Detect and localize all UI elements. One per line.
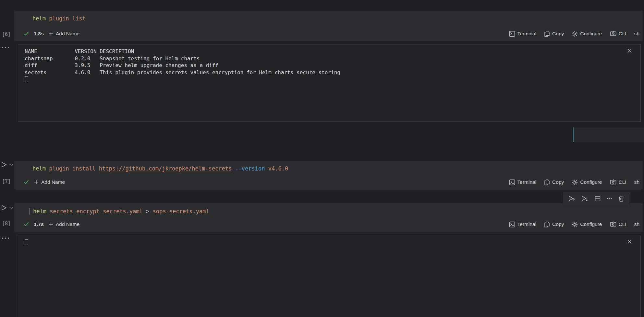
command-keyword: helm bbox=[33, 208, 50, 215]
chevron-down-icon[interactable] bbox=[9, 163, 13, 167]
cell-execution-count: [6] bbox=[2, 31, 11, 37]
code-cell[interactable]: helm plugin install https://github.com/j… bbox=[14, 161, 643, 190]
hover-highlight-fragment bbox=[573, 127, 644, 142]
cli-icon bbox=[610, 221, 616, 227]
cli-label: CLI bbox=[619, 179, 626, 185]
command-output-file: sops-secrets.yaml bbox=[152, 208, 209, 215]
cell-execution-count: [7] bbox=[2, 179, 11, 184]
cli-button[interactable]: CLI bbox=[610, 31, 626, 37]
configure-label: Configure bbox=[580, 179, 602, 185]
run-cell-button[interactable] bbox=[1, 161, 13, 168]
cell-output-panel: NAME VERSION DESCRIPTION chartsnap 0.2.0… bbox=[18, 44, 641, 122]
cli-icon bbox=[610, 31, 616, 37]
command-flag: --version bbox=[235, 165, 265, 172]
command-args: secrets encrypt secrets.yaml bbox=[50, 208, 146, 215]
copy-icon bbox=[544, 179, 550, 185]
terminal-icon bbox=[509, 221, 515, 228]
cell-output-panel bbox=[18, 235, 641, 317]
more-icon[interactable] bbox=[2, 238, 9, 239]
run-cell-button[interactable] bbox=[1, 205, 13, 211]
notebook-page: [6] helm plugin list 1.8s Add Name bbox=[0, 0, 644, 317]
add-name-label: Add Name bbox=[56, 221, 79, 227]
copy-button[interactable]: Copy bbox=[544, 179, 564, 185]
gear-icon bbox=[572, 221, 578, 228]
cell-execution-count: [8] bbox=[2, 221, 11, 227]
command-url[interactable]: https://github.com/jkroepke/helm-secrets bbox=[99, 165, 232, 172]
cli-button[interactable]: CLI bbox=[610, 179, 626, 185]
redirect-operator: > bbox=[146, 208, 152, 215]
copy-label: Copy bbox=[552, 221, 564, 227]
plus-icon bbox=[34, 180, 39, 185]
terminal-button[interactable]: Terminal bbox=[509, 179, 537, 185]
text-caret bbox=[30, 208, 30, 215]
gear-icon bbox=[572, 31, 578, 37]
terminal-cursor bbox=[25, 239, 28, 245]
output-text bbox=[25, 239, 28, 246]
code-cell[interactable]: helm secrets encrypt secrets.yaml > sops… bbox=[14, 203, 643, 232]
command-line[interactable]: helm plugin list bbox=[32, 15, 86, 22]
copy-button[interactable]: Copy bbox=[544, 31, 564, 37]
add-name-button[interactable]: Add Name bbox=[34, 179, 65, 185]
terminal-label: Terminal bbox=[517, 221, 537, 227]
more-actions-icon[interactable] bbox=[607, 196, 613, 202]
delete-cell-icon[interactable] bbox=[618, 195, 624, 202]
add-name-label: Add Name bbox=[41, 179, 65, 185]
add-name-button[interactable]: Add Name bbox=[48, 31, 79, 37]
shell-type-label[interactable]: sh bbox=[634, 179, 639, 185]
configure-button[interactable]: Configure bbox=[572, 31, 602, 37]
shell-type-label[interactable]: sh bbox=[634, 221, 639, 227]
chevron-down-icon[interactable] bbox=[9, 206, 13, 210]
shell-type-label[interactable]: sh bbox=[634, 31, 639, 37]
command-args: plugin install bbox=[49, 165, 99, 172]
terminal-icon bbox=[509, 179, 515, 185]
copy-icon bbox=[544, 221, 550, 228]
code-cell[interactable]: helm plugin list 1.8s Add Name bbox=[14, 11, 643, 41]
more-icon[interactable] bbox=[2, 47, 9, 48]
plus-icon bbox=[48, 31, 54, 36]
output-text: NAME VERSION DESCRIPTION chartsnap 0.2.0… bbox=[25, 48, 340, 83]
terminal-cursor bbox=[25, 76, 28, 82]
terminal-label: Terminal bbox=[517, 179, 537, 185]
play-icon bbox=[1, 161, 7, 168]
play-icon bbox=[1, 205, 7, 211]
cli-label: CLI bbox=[619, 221, 626, 227]
run-all-below-button[interactable] bbox=[581, 195, 588, 202]
copy-icon bbox=[544, 31, 550, 37]
close-output-icon[interactable] bbox=[627, 239, 632, 244]
configure-button[interactable]: Configure bbox=[572, 221, 602, 228]
terminal-label: Terminal bbox=[517, 31, 537, 37]
run-all-above-button[interactable] bbox=[568, 195, 575, 202]
terminal-button[interactable]: Terminal bbox=[509, 31, 537, 37]
cli-label: CLI bbox=[619, 31, 626, 37]
configure-label: Configure bbox=[580, 221, 602, 227]
gear-icon bbox=[572, 179, 578, 185]
copy-button[interactable]: Copy bbox=[544, 221, 564, 228]
success-check-icon bbox=[23, 221, 29, 227]
success-check-icon bbox=[23, 31, 29, 37]
add-name-label: Add Name bbox=[56, 31, 79, 37]
execution-duration: 1.8s bbox=[34, 31, 44, 37]
command-keyword: helm bbox=[32, 15, 49, 22]
execution-duration: 1.7s bbox=[34, 221, 44, 227]
copy-label: Copy bbox=[552, 179, 564, 185]
command-version: v4.6.0 bbox=[265, 165, 288, 172]
cell-hover-toolbar bbox=[563, 192, 629, 205]
terminal-button[interactable]: Terminal bbox=[509, 221, 537, 228]
configure-button[interactable]: Configure bbox=[572, 179, 602, 185]
command-keyword: helm bbox=[32, 165, 49, 172]
close-output-icon[interactable] bbox=[627, 48, 632, 53]
cli-icon bbox=[610, 179, 616, 185]
copy-label: Copy bbox=[552, 31, 564, 37]
cli-button[interactable]: CLI bbox=[610, 221, 626, 227]
command-line[interactable]: helm secrets encrypt secrets.yaml > sops… bbox=[30, 208, 209, 215]
configure-label: Configure bbox=[580, 31, 602, 37]
plus-icon bbox=[48, 222, 54, 227]
add-name-button[interactable]: Add Name bbox=[48, 221, 79, 227]
success-check-icon bbox=[23, 179, 29, 185]
terminal-icon bbox=[509, 31, 515, 37]
command-args: plugin list bbox=[49, 15, 86, 22]
command-line[interactable]: helm plugin install https://github.com/j… bbox=[32, 165, 288, 172]
split-cell-icon[interactable] bbox=[594, 195, 601, 202]
